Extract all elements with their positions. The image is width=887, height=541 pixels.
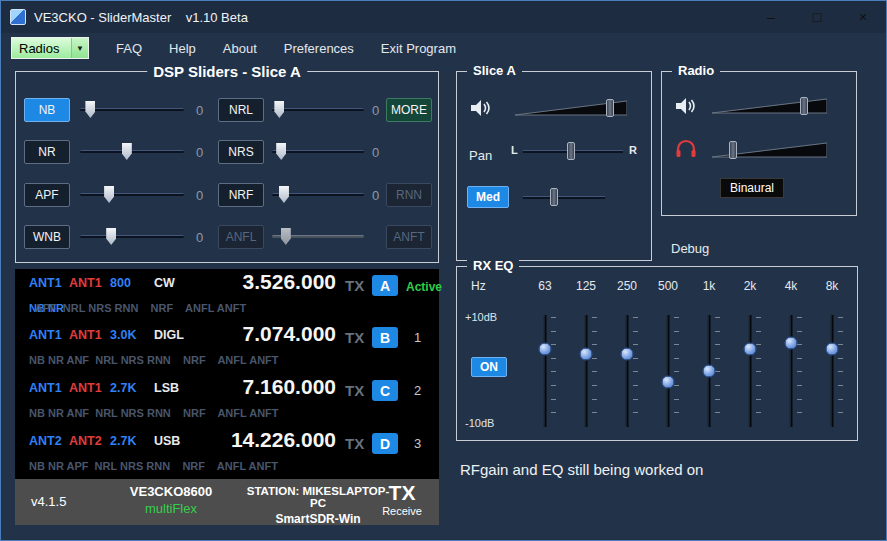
minimize-button[interactable]: – xyxy=(748,1,794,33)
nrf-slider-thumb[interactable] xyxy=(279,186,289,203)
agc-med-button[interactable]: Med xyxy=(467,186,509,208)
radio-volume-thumb[interactable] xyxy=(800,97,808,115)
slice-a-group-title: Slice A xyxy=(467,63,522,78)
agc-slider[interactable] xyxy=(523,188,605,206)
eq-thumb-8k[interactable] xyxy=(826,342,839,355)
rnn-button[interactable]: RNN xyxy=(386,183,432,207)
pan-slider[interactable] xyxy=(523,142,623,160)
nb-slider-track[interactable] xyxy=(80,108,184,111)
eq-track-4k[interactable] xyxy=(790,315,793,427)
slice-volume-slider[interactable] xyxy=(515,100,627,116)
close-button[interactable]: × xyxy=(840,1,886,33)
slice-d-letter-button[interactable]: D xyxy=(372,433,398,454)
slice-b-tx-label: TX xyxy=(345,329,364,346)
slice-a-letter-button[interactable]: A xyxy=(372,275,398,296)
menu-item-faq[interactable]: FAQ xyxy=(116,41,142,56)
debug-label[interactable]: Debug xyxy=(671,241,709,256)
nrs-button[interactable]: NRS xyxy=(218,140,264,164)
eq-band-label-8k: 8k xyxy=(826,279,839,293)
eq-track-125[interactable] xyxy=(585,315,588,427)
slice-row-a[interactable]: ANT1 ANT1 800 CW 3.526.000 TX A Active N… xyxy=(15,269,439,321)
nrs-slider[interactable] xyxy=(272,142,364,162)
apf-slider-thumb[interactable] xyxy=(104,186,114,203)
maximize-button[interactable]: □ xyxy=(794,1,840,33)
agc-slider-thumb[interactable] xyxy=(550,188,558,206)
radio-audio-group: Radio Binaural xyxy=(661,71,857,216)
slice-c-letter-button[interactable]: C xyxy=(372,380,398,401)
tx-indicator-block[interactable]: TX Receive xyxy=(373,481,431,517)
binaural-button[interactable]: Binaural xyxy=(720,178,784,198)
eq-track-250[interactable] xyxy=(626,315,629,427)
radios-dropdown[interactable]: Radios ▼ xyxy=(11,37,89,59)
wnb-slider-track[interactable] xyxy=(80,235,184,238)
apf-button[interactable]: APF xyxy=(24,183,70,207)
eq-band-label-4k: 4k xyxy=(785,279,798,293)
station-block: STATION: MIKESLAPTOP-PC SmartSDR-Win xyxy=(243,485,393,526)
eq-thumb-4k[interactable] xyxy=(785,337,798,350)
eq-ticks-500 xyxy=(674,317,679,425)
nr-slider[interactable] xyxy=(80,142,184,162)
eq-thumb-63[interactable] xyxy=(539,342,552,355)
more-button[interactable]: MORE xyxy=(386,98,432,122)
slice-row-b[interactable]: ANT1 ANT1 3.0K DIGL 7.074.000 TX B 1 NB … xyxy=(15,321,439,373)
eq-slider-4k[interactable] xyxy=(780,315,802,427)
menu-item-about[interactable]: About xyxy=(223,41,257,56)
nb-slider-thumb[interactable] xyxy=(85,101,95,118)
apf-slider[interactable] xyxy=(80,185,184,205)
eq-slider-125[interactable] xyxy=(575,315,597,427)
slice-row-d[interactable]: ANT2 ANT2 2.7K USB 14.226.000 TX D 3 NB … xyxy=(15,427,439,479)
anfl-slider[interactable] xyxy=(272,227,364,247)
eq-thumb-250[interactable] xyxy=(621,348,634,361)
wnb-slider-thumb[interactable] xyxy=(106,228,116,245)
eq-slider-63[interactable] xyxy=(534,315,556,427)
nb-slider[interactable] xyxy=(80,100,184,120)
eq-track-500[interactable] xyxy=(667,315,670,427)
eq-track-63[interactable] xyxy=(544,315,547,427)
nb-button[interactable]: NB xyxy=(24,98,70,122)
eq-slider-500[interactable] xyxy=(657,315,679,427)
slice-b-letter-button[interactable]: B xyxy=(372,327,398,348)
wnb-button[interactable]: WNB xyxy=(24,225,70,249)
eq-on-button[interactable]: ON xyxy=(471,357,507,377)
slice-row-c[interactable]: ANT1 ANT1 2.7K LSB 7.160.000 TX C 2 NB N… xyxy=(15,374,439,426)
eq-slider-2k[interactable] xyxy=(739,315,761,427)
nrf-button[interactable]: NRF xyxy=(218,183,264,207)
nr-slider-track[interactable] xyxy=(80,150,184,153)
slice-volume-thumb[interactable] xyxy=(606,99,614,117)
eq-thumb-125[interactable] xyxy=(580,348,593,361)
anft-button[interactable]: ANFT xyxy=(386,225,432,249)
agc-slider-track[interactable] xyxy=(523,196,605,199)
headphone-volume-slider[interactable] xyxy=(712,142,827,158)
nrl-slider-track[interactable] xyxy=(272,108,364,111)
nrs-slider-thumb[interactable] xyxy=(276,143,286,160)
anfl-slider-thumb[interactable] xyxy=(281,228,291,245)
nrf-slider[interactable] xyxy=(272,185,364,205)
wnb-slider[interactable] xyxy=(80,227,184,247)
anfl-button[interactable]: ANFL xyxy=(218,225,264,249)
slice-d-frequency: 14.226.000 xyxy=(200,428,336,452)
nr-button[interactable]: NR xyxy=(24,140,70,164)
nrl-slider-thumb[interactable] xyxy=(274,101,284,118)
apf-slider-track[interactable] xyxy=(80,193,184,196)
slice-a-tx-antenna: ANT1 xyxy=(69,276,102,290)
headphones-icon xyxy=(674,138,698,158)
headphone-volume-thumb[interactable] xyxy=(729,141,737,159)
menu-item-exit-program[interactable]: Exit Program xyxy=(381,41,456,56)
radio-volume-slider[interactable] xyxy=(712,98,827,114)
pan-slider-thumb[interactable] xyxy=(567,142,575,160)
eq-thumb-1k[interactable] xyxy=(703,365,716,378)
nrl-slider[interactable] xyxy=(272,100,364,120)
eq-slider-1k[interactable] xyxy=(698,315,720,427)
nr-slider-thumb[interactable] xyxy=(122,143,132,160)
menu-item-help[interactable]: Help xyxy=(169,41,196,56)
eq-thumb-2k[interactable] xyxy=(744,342,757,355)
slice-list-panel: ANT1 ANT1 800 CW 3.526.000 TX A Active N… xyxy=(15,269,439,479)
eq-track-8k[interactable] xyxy=(831,315,834,427)
eq-slider-8k[interactable] xyxy=(821,315,843,427)
eq-track-2k[interactable] xyxy=(749,315,752,427)
slice-a-frequency: 3.526.000 xyxy=(200,270,336,294)
eq-thumb-500[interactable] xyxy=(662,376,675,389)
eq-slider-250[interactable] xyxy=(616,315,638,427)
menu-item-preferences[interactable]: Preferences xyxy=(284,41,354,56)
nrl-button[interactable]: NRL xyxy=(218,98,264,122)
